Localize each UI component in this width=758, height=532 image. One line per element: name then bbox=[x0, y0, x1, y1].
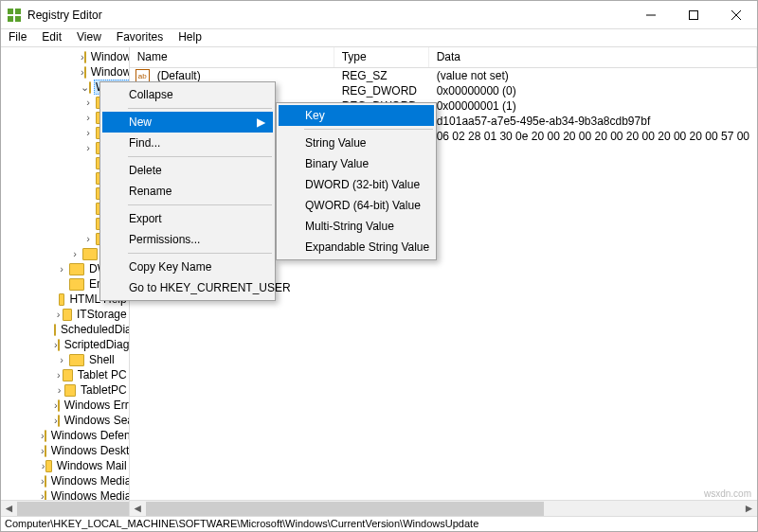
folder-icon bbox=[45, 475, 46, 488]
ctx-new[interactable]: New▶ bbox=[102, 112, 273, 133]
tree-item[interactable]: ›Shell bbox=[1, 352, 129, 367]
tree-item[interactable]: ›WindowsBackup bbox=[1, 49, 129, 64]
ctx-delete[interactable]: Delete bbox=[102, 160, 273, 181]
ctx-go-hkcu[interactable]: Go to HKEY_CURRENT_USER bbox=[102, 277, 273, 298]
folder-icon bbox=[45, 445, 46, 457]
tree-item[interactable]: ›Tablet PC bbox=[1, 367, 129, 382]
tree-item-label: WindowsBackup bbox=[89, 50, 130, 63]
list-header: Name Type Data bbox=[130, 47, 757, 68]
folder-icon bbox=[63, 369, 72, 381]
tree-item[interactable]: ›TabletPC bbox=[1, 382, 129, 398]
menu-file[interactable]: File bbox=[1, 29, 34, 46]
ctx-new-binary[interactable]: Binary Value bbox=[279, 153, 434, 174]
value-data: (value not set) bbox=[429, 69, 757, 82]
ctx-new-expand[interactable]: Expandable String Value bbox=[279, 237, 434, 257]
expand-icon[interactable]: ⌄ bbox=[81, 81, 89, 94]
title-bar: Registry Editor bbox=[1, 1, 757, 29]
tree-item-label: Tablet PC bbox=[76, 368, 129, 381]
value-name: (Default) bbox=[150, 69, 334, 82]
folder-icon bbox=[59, 293, 64, 306]
folder-icon bbox=[64, 384, 76, 397]
tree-item[interactable]: ›ITStorage bbox=[1, 307, 129, 322]
ctx-rename[interactable]: Rename bbox=[102, 181, 273, 202]
folder-icon bbox=[58, 339, 60, 351]
minimize-button[interactable] bbox=[629, 1, 672, 28]
value-type: REG_DWORD bbox=[334, 84, 429, 98]
expand-icon[interactable]: › bbox=[81, 112, 96, 123]
svg-rect-5 bbox=[689, 10, 697, 19]
folder-icon bbox=[84, 51, 86, 63]
menu-view[interactable]: View bbox=[69, 29, 109, 46]
expand-icon[interactable]: › bbox=[81, 127, 96, 138]
folder-icon bbox=[69, 263, 84, 275]
menu-help[interactable]: Help bbox=[171, 29, 209, 46]
col-type[interactable]: Type bbox=[334, 47, 429, 67]
tree-item-label: Windows Error Reporting bbox=[63, 399, 130, 412]
window-title: Registry Editor bbox=[27, 9, 629, 22]
ctx-new-qword[interactable]: QWORD (64-bit) Value bbox=[279, 195, 434, 216]
folder-icon bbox=[58, 415, 60, 427]
col-data[interactable]: Data bbox=[429, 47, 757, 67]
svg-rect-1 bbox=[15, 9, 21, 14]
ctx-new-label: New bbox=[129, 115, 152, 129]
ctx-find[interactable]: Find... bbox=[102, 133, 273, 153]
tree-item-label: Windows Desktop Search bbox=[49, 444, 130, 457]
tree-item-label: Windows Defender bbox=[49, 429, 130, 442]
expand-icon[interactable]: › bbox=[81, 142, 96, 153]
tree-hscroll[interactable]: ◄► bbox=[1, 500, 129, 516]
folder-icon bbox=[45, 430, 46, 442]
menu-favorites[interactable]: Favorites bbox=[109, 29, 171, 46]
ctx-new-key[interactable]: Key bbox=[279, 105, 434, 126]
list-hscroll[interactable]: ◄► bbox=[130, 500, 757, 516]
tree-item-label: Shell bbox=[87, 353, 117, 366]
tree-item[interactable]: ›Windows Desktop Search bbox=[1, 443, 129, 458]
context-submenu-new[interactable]: Key String Value Binary Value DWORD (32-… bbox=[276, 102, 437, 260]
close-button[interactable] bbox=[714, 1, 757, 28]
maximize-button[interactable] bbox=[672, 1, 714, 28]
tree-item[interactable]: ›Windows Defender bbox=[1, 428, 129, 443]
svg-rect-0 bbox=[8, 9, 13, 14]
tree-item[interactable]: ›Windows Media Device Manager bbox=[1, 473, 129, 488]
expand-icon[interactable]: › bbox=[54, 263, 69, 275]
expand-icon[interactable]: › bbox=[54, 369, 63, 381]
folder-icon bbox=[45, 460, 52, 472]
tree-item[interactable]: ›ScriptedDiagnosticsProvider bbox=[1, 337, 129, 352]
value-type: REG_SZ bbox=[334, 69, 429, 82]
ctx-export[interactable]: Export bbox=[102, 208, 273, 229]
tree-item[interactable]: ScheduledDiagnostics bbox=[1, 322, 129, 337]
ctx-new-dword[interactable]: DWORD (32-bit) Value bbox=[279, 174, 434, 195]
tree-item-label: WindowsStore bbox=[89, 65, 130, 79]
expand-icon[interactable]: › bbox=[54, 384, 64, 396]
folder-icon bbox=[89, 81, 91, 94]
col-name[interactable]: Name bbox=[130, 47, 334, 67]
ctx-collapse[interactable]: Collapse bbox=[102, 84, 273, 105]
status-bar: Computer\HKEY_LOCAL_MACHINE\SOFTWARE\Mic… bbox=[1, 516, 757, 532]
watermark: wsxdn.com bbox=[704, 488, 751, 499]
ctx-new-string[interactable]: String Value bbox=[279, 133, 434, 153]
ctx-permissions[interactable]: Permissions... bbox=[102, 229, 273, 250]
value-data: 0x00000000 (0) bbox=[429, 84, 757, 98]
tree-item[interactable]: ›Windows Error Reporting bbox=[1, 398, 129, 413]
folder-icon bbox=[82, 248, 98, 260]
tree-item[interactable]: ›Windows Mail bbox=[1, 458, 129, 473]
tree-item-label: ScriptedDiagnosticsProvider bbox=[63, 338, 130, 351]
tree-item-label: TabletPC bbox=[79, 383, 129, 397]
svg-rect-2 bbox=[8, 16, 13, 22]
tree-item-label: Windows Search bbox=[63, 414, 130, 427]
menu-edit[interactable]: Edit bbox=[34, 29, 69, 46]
folder-icon bbox=[63, 309, 72, 321]
tree-item[interactable]: ›Windows Search bbox=[1, 413, 129, 428]
ctx-new-multi[interactable]: Multi-String Value bbox=[279, 216, 434, 237]
expand-icon[interactable]: › bbox=[81, 233, 96, 244]
tree-item[interactable]: ›WindowsStore bbox=[1, 64, 129, 80]
expand-icon[interactable]: › bbox=[81, 97, 96, 108]
expand-icon[interactable]: › bbox=[54, 309, 63, 320]
ctx-copy-key-name[interactable]: Copy Key Name bbox=[102, 257, 273, 277]
svg-rect-3 bbox=[15, 16, 21, 22]
expand-icon[interactable]: › bbox=[67, 248, 82, 259]
folder-icon bbox=[69, 278, 84, 291]
expand-icon[interactable]: › bbox=[54, 354, 69, 365]
context-menu[interactable]: Collapse New▶ Find... Delete Rename Expo… bbox=[99, 81, 276, 301]
value-data: 0x00000001 (1) bbox=[429, 99, 757, 113]
folder-icon bbox=[69, 354, 84, 366]
